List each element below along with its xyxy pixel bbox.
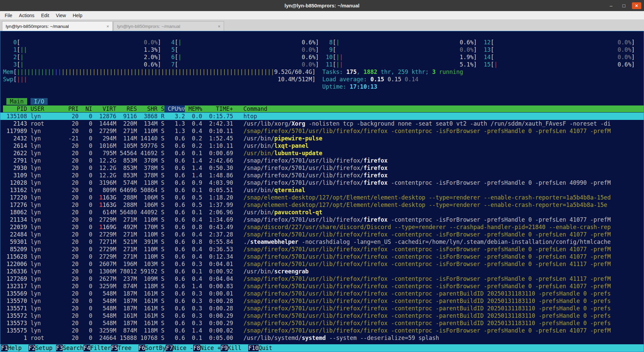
process-row-122006[interactable]: 122006 lyn 20 0 2607M 196M 103M S 0.6 0.…	[0, 260, 644, 268]
process-row-12028[interactable]: 12028 lyn 20 0 3196M 574M 118M S 0.6 0.9…	[0, 179, 644, 186]
maximize-button[interactable]: □	[619, 2, 629, 9]
window-titlebar[interactable]: lyn@lyn-b850mprors: ~/manual – □ ×	[0, 0, 644, 11]
process-row-17276[interactable]: 17276 lyn 20 0 1163G 288M 106M S 0.6 0.5…	[0, 201, 644, 209]
tab-label: lyn@lyn-b850mprors: ~/manual	[6, 24, 69, 29]
process-table-header[interactable]: PID USER PRI NI VIRT RES SHR S CPU%▽ MEM…	[0, 105, 644, 113]
menu-file[interactable]: File	[1, 12, 16, 19]
process-row-21134[interactable]: 21134 lyn 20 0 2729M 271M 110M S 0.6 0.4…	[0, 216, 644, 223]
process-row-127269[interactable]: 127269 lyn 20 0 2627M 237M 109M S 0.6 0.…	[0, 275, 644, 282]
process-row-2791[interactable]: 2791 lyn 20 0 12.2G 853M 378M S 0.6 1.4 …	[0, 157, 644, 164]
fkey-f8-nice-[interactable]: F8Nice +	[193, 345, 221, 351]
fkey-f1-help[interactable]: F1Help	[1, 345, 29, 351]
qterminal-window: lyn@lyn-b850mprors: ~/manual – □ × FileA…	[0, 0, 644, 352]
htop-tab-i-o[interactable]: I/O	[31, 98, 48, 105]
process-row-85209[interactable]: 85209 lyn 20 0 2729M 271M 110M S 0.6 0.4…	[0, 246, 644, 253]
menu-edit[interactable]: Edit	[38, 12, 52, 19]
menu-view[interactable]: View	[53, 12, 69, 19]
process-row-115628[interactable]: 115628 lyn 20 0 2729M 271M 110M S 0.6 0.…	[0, 253, 644, 260]
cpu-meters-row-0: 0[ 0.0%] 4[| 0.6%] 8[| 0.6%] 12[ 0.0%]	[0, 39, 644, 46]
process-row-3109[interactable]: 3109 lyn 20 0 12.2G 853M 378M S 0.6 1.4 …	[0, 172, 644, 179]
cpu-meters-row-3: 3[| 0.6%] 7[ 0.0%] 11[|| 5.1%] 15[| 0.6%…	[0, 61, 644, 68]
terminal-viewport[interactable]: 0[ 0.0%] 4[| 0.6%] 8[| 0.6%] 12[ 0.0%] 1…	[0, 31, 644, 352]
fkey-f4-filter[interactable]: F4Filter	[84, 345, 111, 351]
process-row-18062[interactable]: 18062 lyn 20 0 614M 56480 44092 S 0.6 0.…	[0, 209, 644, 216]
process-row-117989[interactable]: 117989 lyn 20 0 2729M 271M 110M S 1.3 0.…	[0, 127, 644, 135]
process-row-135108[interactable]: 135108 lyn 20 0 12876 9116 3868 R 3.2 0.…	[0, 113, 644, 120]
window-title: lyn@lyn-b850mprors: ~/manual	[284, 3, 359, 8]
window-controls: – □ ×	[606, 0, 641, 11]
blank-line	[0, 90, 644, 98]
process-row-2622[interactable]: 2622 lyn 20 0 795M 54564 41692 S 0.6 0.1…	[0, 149, 644, 157]
terminal-tab-1[interactable]: lyn@lyn-b850mprors: ~/manual×	[2, 21, 113, 31]
minimize-button[interactable]: –	[606, 2, 616, 9]
fkey-f3-search[interactable]: F3Search	[56, 345, 84, 351]
uptime-line: Uptime: 17:10:13	[0, 83, 644, 90]
memory-meter-tasks-line: Mem[||||||||||||||||||||||||||||||||||||…	[0, 68, 644, 76]
tab-label: lyn@lyn-b850mprors: ~/manual	[117, 24, 180, 29]
process-row-135573[interactable]: 135573 lyn 20 0 548M 187M 161M S 0.6 0.3…	[0, 319, 644, 327]
process-row-1[interactable]: 1 root 20 0 24664 15888 10768 S 0.6 0.1 …	[0, 334, 644, 342]
fkey-f9-kill[interactable]: F9Kill	[221, 345, 248, 351]
process-row-22484[interactable]: 22484 lyn 20 0 2729M 271M 110M S 0.6 0.4…	[0, 231, 644, 238]
process-row-135570[interactable]: 135570 lyn 20 0 548M 187M 161M S 0.6 0.3…	[0, 297, 644, 305]
process-row-17220[interactable]: 17220 lyn 20 0 1163G 288M 106M S 0.6 0.5…	[0, 194, 644, 201]
terminal-tab-2[interactable]: lyn@lyn-b850mprors: ~/manual×	[113, 21, 224, 31]
cpu-meters-row-2: 2[| 2.0%] 6[| 0.6%] 10[|| 1.9%] 14[ 0.0%…	[0, 53, 644, 61]
process-row-2143[interactable]: 2143 root 20 0 1444M 220M 134M S 1.3 0.4…	[0, 120, 644, 127]
process-row-59301[interactable]: 59301 lyn 20 0 7271M 521M 391M S 0.6 0.8…	[0, 238, 644, 246]
terminal-tab-bar: lyn@lyn-b850mprors: ~/manual×lyn@lyn-b85…	[0, 20, 644, 31]
fkey-f10-quit[interactable]: F10Quit	[248, 345, 279, 351]
process-row-126336[interactable]: 126336 lyn 20 0 1300M 78012 59192 S 0.6 …	[0, 268, 644, 275]
close-button[interactable]: ×	[632, 2, 641, 9]
fkey-f5-tree[interactable]: F5Tree	[111, 345, 139, 351]
tab-close-icon[interactable]: ×	[218, 24, 220, 29]
menu-help[interactable]: Help	[69, 12, 86, 19]
fkey-f2-setup[interactable]: F2Setup	[29, 345, 56, 351]
process-row-2930[interactable]: 2930 lyn 20 0 12.2G 853M 378M S 0.6 1.4 …	[0, 164, 644, 172]
process-row-13162[interactable]: 13162 lyn 20 0 809M 64696 50864 S 0.6 0.…	[0, 186, 644, 194]
process-row-135569[interactable]: 135569 lyn 20 0 548M 187M 161M S 0.6 0.3…	[0, 290, 644, 297]
tab-close-icon[interactable]: ×	[106, 24, 109, 29]
process-row-135571[interactable]: 135571 lyn 20 0 548M 187M 161M S 0.6 0.3…	[0, 305, 644, 312]
htop-screen-tabs: Main I/O	[0, 98, 644, 105]
process-row-22039[interactable]: 22039 lyn 20 0 1169G 492M 170M S 0.6 0.8…	[0, 223, 644, 231]
swap-meter-load-line: Swp[||| 10.4M/512M] Load average: 0.15 0…	[0, 76, 644, 83]
htop-tab-main[interactable]: Main	[6, 98, 27, 105]
process-row-135572[interactable]: 135572 lyn 20 0 548M 161M 161M S 0.6 0.3…	[0, 312, 644, 319]
process-row-135575[interactable]: 135575 lyn 20 0 3259M 874M 118M S 0.6 1.…	[0, 327, 644, 334]
process-row-2432[interactable]: 2432 lyn -21 0 294M 114M 14140 S 0.6 0.2…	[0, 135, 644, 142]
htop-screen: 0[ 0.0%] 4[| 0.6%] 8[| 0.6%] 12[ 0.0%] 1…	[0, 39, 644, 342]
menu-bar: FileActionsEditViewHelp	[0, 11, 644, 20]
process-row-2614[interactable]: 2614 lyn 20 0 1016M 105M 59776 S 0.6 0.2…	[0, 142, 644, 149]
fkey-f7-nice-[interactable]: F7Nice -	[166, 345, 193, 351]
menu-actions[interactable]: Actions	[16, 12, 38, 19]
fkey-f6-sortby[interactable]: F6SortBy	[139, 345, 166, 351]
process-row-132317[interactable]: 132317 lyn 20 0 3259M 874M 118M S 0.6 1.…	[0, 282, 644, 290]
htop-function-bar: F1Help F2Setup F3SearchF4FilterF5Tree F6…	[0, 344, 644, 352]
cpu-meters-row-1: 1[|| 1.3%] 5[ 0.0%] 9[ 0.0%] 13[ 0.0%]	[0, 46, 644, 53]
